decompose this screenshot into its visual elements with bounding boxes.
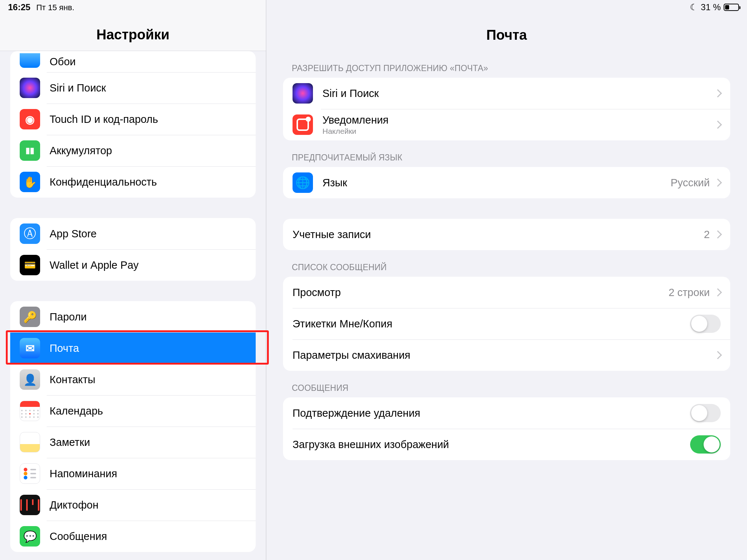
toggle-switch[interactable] <box>690 435 721 454</box>
row-label: Этикетки Мне/Копия <box>293 318 690 330</box>
sidebar-item-battery[interactable]: ▮▮Аккумулятор <box>10 135 256 166</box>
settings-group: Учетные записи2 <box>283 219 730 250</box>
moon-icon: ☾ <box>690 2 698 12</box>
sidebar-item-voicememo[interactable]: ┃┃╹┃Диктофон <box>10 489 256 521</box>
chevron-right-icon <box>714 121 722 129</box>
sidebar-group: ОбоиSiri и Поиск◉Touch ID и код-пароль▮▮… <box>10 51 256 198</box>
contacts-icon: 👤 <box>20 369 40 390</box>
sidebar-item-mail[interactable]: ✉︎Почта <box>10 332 256 364</box>
row-value: Русский <box>670 177 710 189</box>
statusbar-date: Пт 15 янв. <box>36 3 74 12</box>
sidebar-item-wallpaper[interactable]: Обои <box>10 51 256 72</box>
row-label: Подтверждение удаления <box>293 407 690 419</box>
detail-pane: Почта РАЗРЕШИТЬ ДОСТУП ПРИЛОЖЕНИЮ «ПОЧТА… <box>266 0 747 560</box>
chevron-right-icon <box>714 288 722 297</box>
chevron-right-icon <box>714 89 722 98</box>
sidebar-item-label: Touch ID и код-пароль <box>50 113 246 125</box>
detail-title: Почта <box>486 27 527 43</box>
sidebar-scroll[interactable]: ОбоиSiri и Поиск◉Touch ID и код-пароль▮▮… <box>0 51 266 560</box>
key-icon: 🔑 <box>20 307 40 327</box>
sidebar-item-label: Заметки <box>50 436 246 448</box>
sidebar-item-contacts[interactable]: 👤Контакты <box>10 364 256 395</box>
sidebar-item-label: Диктофон <box>50 499 246 511</box>
row-label: Учетные записи <box>293 229 704 241</box>
sidebar-item-label: Siri и Поиск <box>50 82 246 94</box>
sidebar-item-siri[interactable]: Siri и Поиск <box>10 72 256 104</box>
section-header: СООБЩЕНИЯ <box>283 371 730 397</box>
reminders-icon <box>20 463 40 484</box>
sidebar-item-label: Календарь <box>50 405 246 417</box>
section-header: ПРЕДПОЧИТАЕМЫЙ ЯЗЫК <box>283 140 730 167</box>
sidebar-item-label: Напоминания <box>50 468 246 480</box>
siri-icon <box>20 78 40 98</box>
section-header: РАЗРЕШИТЬ ДОСТУП ПРИЛОЖЕНИЮ «ПОЧТА» <box>283 51 730 78</box>
sidebar-item-label: Обои <box>50 56 246 68</box>
settings-row[interactable]: 🌐ЯзыкРусский <box>283 167 730 198</box>
sidebar-item-calendar[interactable]: Календарь <box>10 395 256 427</box>
sidebar-item-label: Почта <box>50 342 246 354</box>
settings-row[interactable]: УведомленияНаклейки <box>283 109 730 140</box>
mail-icon: ✉︎ <box>20 338 40 358</box>
sidebar-item-privacy[interactable]: ✋Конфиденциальность <box>10 166 256 198</box>
settings-group: Просмотр2 строкиЭтикетки Мне/КопияПараме… <box>283 277 730 371</box>
siri-icon <box>293 83 313 104</box>
calendar-icon <box>20 401 40 421</box>
row-label: Уведомления <box>322 114 715 126</box>
sidebar-title: Настройки <box>96 27 169 43</box>
settings-row[interactable]: Просмотр2 строки <box>283 277 730 308</box>
wallet-icon: 💳 <box>20 255 40 275</box>
sidebar-item-label: Конфиденциальность <box>50 176 246 188</box>
sidebar-item-label: Сообщения <box>50 530 246 542</box>
sidebar-item-messages[interactable]: 💬Сообщения <box>10 521 256 552</box>
detail-scroll[interactable]: РАЗРЕШИТЬ ДОСТУП ПРИЛОЖЕНИЮ «ПОЧТА»Siri … <box>266 51 747 560</box>
status-bar: 16:25 Пт 15 янв. ☾ 31 % <box>0 0 747 15</box>
sidebar-item-touchid[interactable]: ◉Touch ID и код-пароль <box>10 104 256 135</box>
settings-row: Подтверждение удаления <box>283 397 730 429</box>
row-label: Siri и Поиск <box>322 88 715 100</box>
row-label: Просмотр <box>293 287 669 299</box>
hand-icon: ✋ <box>20 172 40 192</box>
sidebar-item-wallet[interactable]: 💳Wallet и Apple Pay <box>10 249 256 281</box>
battery-icon <box>724 4 739 11</box>
section-header: СПИСОК СООБЩЕНИЙ <box>283 250 730 277</box>
row-value: 2 строки <box>669 287 710 299</box>
sidebar-item-passwords[interactable]: 🔑Пароли <box>10 301 256 332</box>
globe-icon: 🌐 <box>293 172 313 193</box>
chevron-right-icon <box>714 351 722 359</box>
statusbar-battery-pct: 31 % <box>701 2 721 12</box>
toggle-switch[interactable] <box>690 404 721 422</box>
settings-row[interactable]: Siri и Поиск <box>283 78 730 109</box>
sidebar-item-appstore[interactable]: ⒶApp Store <box>10 218 256 249</box>
row-label: Загрузка внешних изображений <box>293 439 690 451</box>
settings-group: Подтверждение удаленияЗагрузка внешних и… <box>283 397 730 460</box>
sidebar-item-label: Аккумулятор <box>50 145 246 157</box>
statusbar-time: 16:25 <box>8 2 30 12</box>
settings-row: Этикетки Мне/Копия <box>283 308 730 339</box>
sidebar-item-label: App Store <box>50 228 246 240</box>
appstore-icon: Ⓐ <box>20 223 40 244</box>
settings-row[interactable]: Параметры смахивания <box>283 339 730 371</box>
settings-group: Siri и ПоискУведомленияНаклейки <box>283 78 730 140</box>
settings-row: Загрузка внешних изображений <box>283 429 730 460</box>
settings-sidebar: Настройки ОбоиSiri и Поиск◉Touch ID и ко… <box>0 0 266 560</box>
sidebar-group: 🔑Пароли✉︎Почта👤КонтактыКалендарьЗаметкиН… <box>10 301 256 552</box>
sidebar-item-label: Контакты <box>50 374 246 386</box>
settings-row[interactable]: Учетные записи2 <box>283 219 730 250</box>
sidebar-item-notes[interactable]: Заметки <box>10 427 256 458</box>
sidebar-item-reminders[interactable]: Напоминания <box>10 458 256 489</box>
row-value: 2 <box>704 229 710 241</box>
toggle-switch[interactable] <box>690 315 721 333</box>
notes-icon <box>20 432 40 452</box>
sidebar-group: ⒶApp Store💳Wallet и Apple Pay <box>10 218 256 281</box>
row-label: Параметры смахивания <box>293 349 715 361</box>
row-sublabel: Наклейки <box>322 127 715 136</box>
sidebar-item-label: Пароли <box>50 311 246 323</box>
messages-icon: 💬 <box>20 526 40 547</box>
row-label: Язык <box>322 177 670 189</box>
settings-group: 🌐ЯзыкРусский <box>283 167 730 198</box>
fingerprint-icon: ◉ <box>20 109 40 129</box>
notifications-icon <box>293 114 313 135</box>
battery-icon: ▮▮ <box>20 140 40 161</box>
chevron-right-icon <box>714 179 722 187</box>
chevron-right-icon <box>714 230 722 239</box>
